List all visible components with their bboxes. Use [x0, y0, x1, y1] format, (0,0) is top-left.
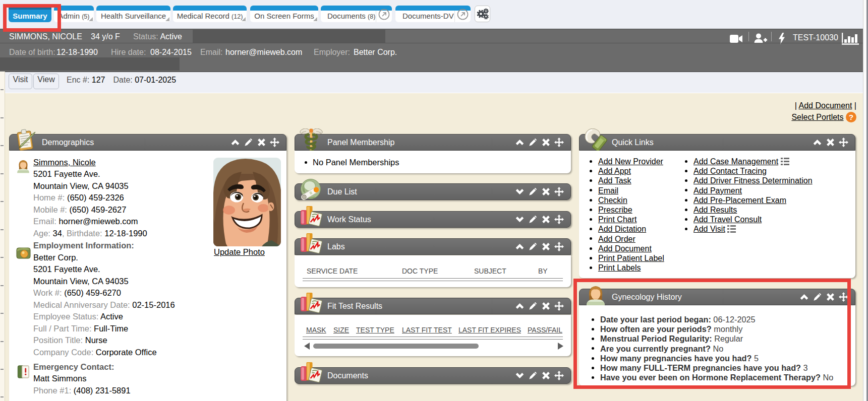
svg-text:?: ? [849, 113, 853, 121]
